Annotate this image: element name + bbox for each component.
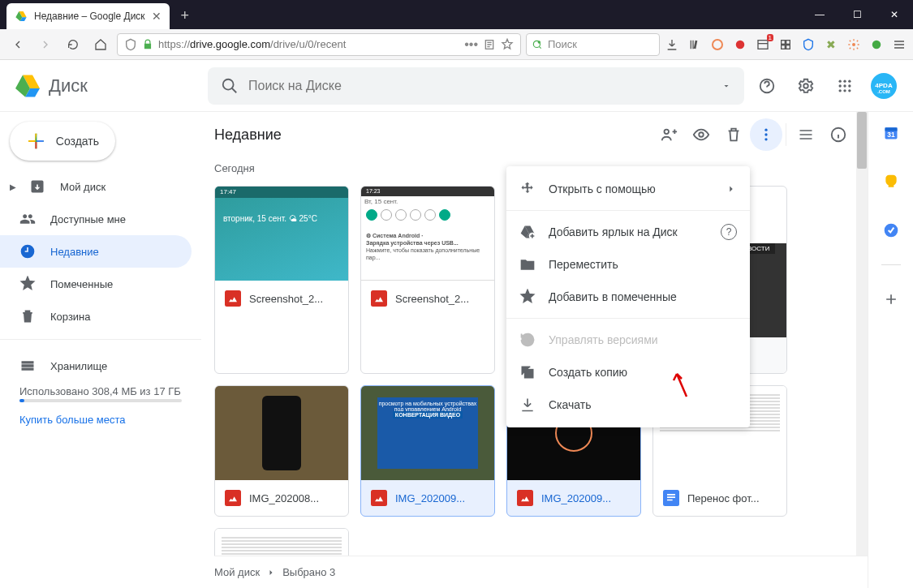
settings-button[interactable] (790, 70, 822, 102)
star-outline-icon (519, 289, 536, 305)
docs-file-icon (663, 490, 679, 506)
svg-text:.COM: .COM (877, 89, 890, 94)
url-text: https://drive.google.com/drive/u/0/recen… (158, 38, 346, 50)
ext-green-icon[interactable] (869, 37, 884, 52)
reload-button[interactable] (62, 33, 84, 56)
search-dropdown-icon[interactable] (721, 81, 731, 91)
downloads-icon[interactable] (665, 37, 679, 52)
nav-storage[interactable]: Хранилище (19, 350, 182, 382)
new-tab-button[interactable]: + (176, 2, 195, 29)
menu-versions: Управлять версиями (506, 324, 750, 356)
ext-panel-icon[interactable]: 1 (756, 37, 770, 52)
drive-product-name: Диск (49, 75, 88, 97)
menu-star[interactable]: Добавить в помеченные (506, 281, 750, 313)
home-button[interactable] (89, 33, 112, 56)
history-icon (519, 332, 536, 348)
svg-rect-37 (517, 490, 533, 506)
add-app-button[interactable] (875, 283, 907, 315)
menu-copy[interactable]: Создать копию (506, 356, 750, 388)
breadcrumb-root[interactable]: Мой диск (214, 566, 260, 578)
svg-rect-33 (225, 290, 241, 307)
buy-storage-link[interactable]: Купить больше места (19, 414, 182, 426)
forward-button[interactable] (34, 33, 57, 56)
back-button[interactable] (6, 33, 29, 56)
file-card[interactable]: просмотр на мобильных устройствах под уп… (360, 385, 495, 517)
create-button[interactable]: Создать (10, 122, 115, 161)
drive-nav-icon (29, 178, 45, 195)
expand-icon[interactable]: ▶ (10, 182, 19, 191)
breadcrumb-selection: Выбрано 3 (282, 566, 335, 578)
people-icon (19, 211, 36, 227)
file-card[interactable]: 17:23 Вт, 15 сент. ⚙ Система Android ·За… (360, 186, 495, 374)
delete-button[interactable] (717, 118, 750, 151)
nav-my-drive[interactable]: ▶ Мой диск (0, 170, 192, 203)
svg-point-29 (764, 129, 767, 131)
bookmark-star-icon[interactable] (501, 38, 514, 51)
help-icon[interactable]: ? (721, 224, 737, 240)
preview-button[interactable] (685, 118, 717, 151)
browser-search-field[interactable]: Поиск (526, 33, 660, 56)
drive-search-bar[interactable] (208, 67, 744, 105)
minimize-button[interactable]: — (801, 0, 838, 29)
svg-point-15 (839, 79, 842, 82)
svg-point-2 (538, 41, 541, 44)
ext-shield-icon[interactable] (801, 37, 816, 52)
maximize-button[interactable]: ☐ (838, 0, 876, 29)
calendar-app-button[interactable]: 31 (875, 117, 907, 149)
svg-rect-8 (782, 45, 786, 49)
drive-add-icon (519, 224, 536, 240)
url-more-icon[interactable]: ••• (464, 37, 478, 52)
svg-rect-36 (371, 490, 387, 506)
browser-tab[interactable]: Недавние – Google Диск ✕ (6, 3, 170, 29)
svg-point-10 (852, 43, 855, 46)
ext-x-icon[interactable]: ✖ (824, 37, 838, 52)
file-card[interactable]: IMG_202008... (214, 385, 349, 517)
chevron-right-icon (266, 568, 276, 577)
svg-point-30 (764, 133, 767, 135)
share-button[interactable] (652, 118, 685, 151)
nav-shared[interactable]: Доступные мне (0, 203, 192, 235)
tasks-app-button[interactable] (875, 214, 907, 247)
browser-tab-strip: Недавние – Google Диск ✕ + — ☐ ✕ (0, 0, 913, 29)
account-avatar[interactable]: 4PDA.COM (868, 70, 900, 102)
context-menu: Открыть с помощью Добавить ярлык на Диск… (506, 166, 750, 427)
ext-red-icon[interactable] (733, 37, 747, 52)
nav-recent[interactable]: Недавние (0, 235, 192, 268)
svg-rect-35 (225, 490, 241, 506)
scrollbar[interactable] (856, 112, 868, 556)
more-actions-button[interactable] (750, 118, 782, 151)
svg-point-17 (848, 79, 851, 82)
ext-grid-icon[interactable] (778, 37, 793, 52)
nav-starred[interactable]: Помеченные (0, 268, 192, 300)
apps-grid-button[interactable] (829, 70, 861, 102)
library-icon[interactable] (687, 37, 702, 52)
nav-trash[interactable]: Корзина (0, 300, 192, 333)
file-card[interactable]: 17:47 вторник, 15 сент. 🌤 25°C Screensho… (214, 186, 349, 374)
drive-search-input[interactable] (248, 79, 712, 93)
svg-point-12 (223, 79, 234, 89)
menu-add-shortcut[interactable]: Добавить ярлык на Диск ? (506, 216, 750, 248)
svg-rect-5 (758, 40, 768, 49)
ext-gear-icon[interactable] (846, 37, 861, 52)
ext-opera-icon[interactable] (710, 37, 725, 52)
image-file-icon (371, 490, 387, 506)
keep-app-button[interactable] (875, 165, 907, 198)
svg-point-3 (713, 40, 722, 49)
tab-close-icon[interactable]: ✕ (152, 10, 161, 23)
menu-download[interactable]: Скачать (506, 388, 750, 421)
close-button[interactable]: ✕ (876, 0, 913, 29)
storage-bar (19, 399, 182, 402)
reader-icon[interactable] (483, 38, 496, 51)
section-title: Недавние (214, 127, 652, 144)
menu-move[interactable]: Переместить (506, 248, 750, 281)
url-bar[interactable]: https://drive.google.com/drive/u/0/recen… (117, 33, 521, 56)
list-view-button[interactable] (790, 118, 822, 151)
chevron-right-icon (726, 183, 737, 195)
file-thumbnail: 17:23 Вт, 15 сент. ⚙ Система Android ·За… (361, 187, 494, 281)
move-folder-icon (519, 256, 536, 273)
menu-open-with[interactable]: Открыть с помощью (506, 173, 750, 205)
lock-icon (142, 39, 153, 50)
help-button[interactable] (751, 70, 783, 102)
browser-menu-icon[interactable] (892, 37, 907, 52)
info-button[interactable] (822, 118, 855, 151)
